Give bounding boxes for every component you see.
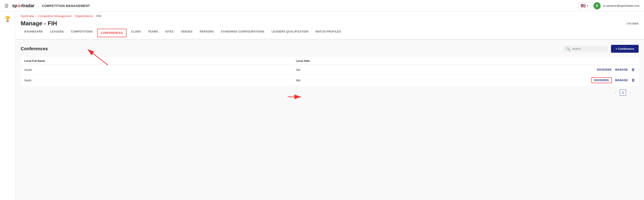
section-header: Conferences 🔍 + Conference bbox=[21, 45, 638, 53]
tab-teams[interactable]: TEAMS bbox=[144, 27, 162, 39]
user-email: b.cameron@sportradar.com bbox=[603, 4, 640, 7]
main-content: Sportradar › Competition Management › Or… bbox=[15, 12, 644, 200]
tab-leaders-qualification[interactable]: LEADERS QUALIFICATION bbox=[268, 27, 312, 39]
row-2-full-name: North bbox=[24, 79, 296, 82]
col-header-abbr: Local Abbr bbox=[296, 59, 568, 63]
breadcrumb-sep-1: › bbox=[36, 15, 37, 17]
col-header-actions bbox=[568, 59, 635, 63]
tab-clubs[interactable]: CLUBS bbox=[128, 27, 144, 39]
tab-standings-configurations[interactable]: STANDINGS CONFIGURATIONS bbox=[217, 27, 268, 39]
col-header-full-name: Local Full Name bbox=[24, 59, 296, 63]
row-2-delete-icon[interactable]: 🗑 bbox=[632, 78, 635, 82]
pagination: ‹ 1 › bbox=[21, 86, 638, 99]
page-title: Manage - FIH bbox=[21, 20, 57, 27]
add-conference-button[interactable]: + Conference bbox=[611, 45, 638, 53]
tab-dashboard[interactable]: DASHBOARD bbox=[21, 27, 46, 39]
search-input[interactable] bbox=[572, 47, 604, 50]
pagination-prev[interactable]: ‹ bbox=[612, 90, 619, 96]
breadcrumb-organizations[interactable]: Organizations bbox=[75, 14, 93, 18]
breadcrumb-competition-management[interactable]: Competition Management bbox=[38, 14, 72, 18]
row-1-divisions-link[interactable]: DIVISIONS bbox=[597, 68, 612, 71]
trophy-icon[interactable]: 🏆 bbox=[4, 16, 10, 22]
pagination-page-1[interactable]: 1 bbox=[620, 90, 626, 96]
row-1-manage-link[interactable]: MANAGE bbox=[615, 68, 628, 71]
logo: sportradar bbox=[12, 3, 34, 8]
language-selector[interactable]: 🇺🇸 ▼ bbox=[578, 2, 591, 9]
flag-icon: 🇺🇸 bbox=[581, 3, 586, 8]
tab-match-profiles[interactable]: MATCH PROFILES bbox=[312, 27, 345, 39]
breadcrumb: Sportradar › Competition Management › Or… bbox=[21, 14, 638, 18]
sidebar: 🏆 bbox=[0, 12, 15, 200]
top-nav: ☰ sportradar COMPETITION MANAGEMENT 🇺🇸 ▼… bbox=[0, 0, 644, 12]
tabs-bar: DASHBOARD LEAGUES COMPETITIONS CONFERENC… bbox=[15, 27, 644, 39]
tab-conferences[interactable]: CONFERENCES bbox=[97, 29, 126, 37]
row-2-abbr: Nth bbox=[296, 79, 568, 82]
row-1-actions: DIVISIONS MANAGE 🗑 bbox=[568, 68, 635, 72]
search-icon: 🔍 bbox=[566, 47, 570, 51]
section-title: Conferences bbox=[21, 46, 48, 51]
table-row: North Nth DIVISIONS MANAGE 🗑 bbox=[21, 75, 638, 86]
breadcrumb-sep-3: › bbox=[94, 15, 95, 17]
row-1-full-name: South bbox=[24, 68, 296, 72]
tab-leagues[interactable]: LEAGUES bbox=[46, 27, 68, 39]
row-1-abbr: Sth bbox=[296, 68, 568, 72]
app-title: COMPETITION MANAGEMENT bbox=[38, 4, 90, 8]
breadcrumb-bar: Sportradar › Competition Management › Or… bbox=[15, 12, 644, 18]
row-1-delete-icon[interactable]: 🗑 bbox=[632, 68, 635, 72]
chevron-down-icon: ▼ bbox=[586, 4, 589, 7]
table-row: South Sth DIVISIONS MANAGE 🗑 bbox=[21, 65, 638, 75]
tab-persons[interactable]: PERSONS bbox=[196, 27, 217, 39]
chevron-left-icon: ‹ bbox=[626, 22, 627, 25]
tab-venues[interactable]: VENUES bbox=[177, 27, 196, 39]
page-header: Manage - FIH ‹ Go back bbox=[15, 18, 644, 27]
row-2-actions: DIVISIONS MANAGE 🗑 bbox=[568, 77, 635, 83]
breadcrumb-fih: FIH bbox=[96, 14, 101, 18]
search-add-area: 🔍 + Conference bbox=[563, 45, 638, 53]
row-2-divisions-link[interactable]: DIVISIONS bbox=[592, 77, 612, 83]
pagination-next[interactable]: › bbox=[627, 90, 633, 96]
tab-sites[interactable]: SITES bbox=[162, 27, 177, 39]
conferences-table: Local Full Name Local Abbr South Sth DIV… bbox=[21, 57, 638, 86]
search-box: 🔍 bbox=[563, 46, 608, 52]
go-back-label: Go back bbox=[628, 22, 638, 25]
breadcrumb-sportradar[interactable]: Sportradar bbox=[21, 14, 34, 18]
tab-competitions[interactable]: COMPETITIONS bbox=[68, 27, 96, 39]
avatar: B bbox=[594, 2, 601, 9]
breadcrumb-sep-2: › bbox=[73, 15, 74, 17]
row-2-manage-link[interactable]: MANAGE bbox=[615, 79, 628, 82]
go-back-link[interactable]: ‹ Go back bbox=[626, 22, 638, 25]
conferences-section: Conferences 🔍 + Conference Local Full Na… bbox=[15, 39, 644, 105]
hamburger-icon[interactable]: ☰ bbox=[4, 3, 8, 8]
table-header: Local Full Name Local Abbr bbox=[21, 57, 638, 65]
